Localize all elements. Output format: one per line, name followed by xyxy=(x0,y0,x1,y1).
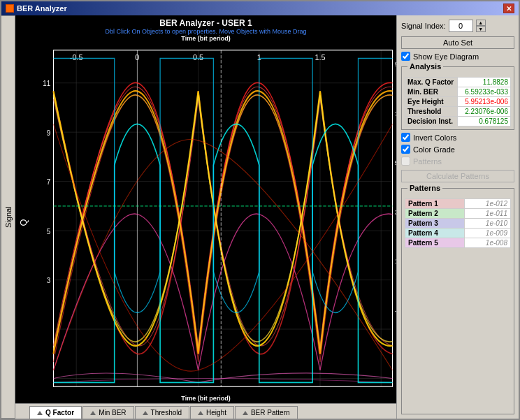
table-row: Pattern 3 1e-010 xyxy=(405,219,511,229)
pattern-value-1: 1e-012 xyxy=(465,199,511,209)
table-row: Threshold 2.23076e-006 xyxy=(405,107,511,117)
color-grade-row: Color Grade xyxy=(401,145,514,154)
pattern-label-5: Pattern 5 xyxy=(405,238,465,248)
chart-time-label-bottom: Time (bit period) xyxy=(15,395,396,403)
svg-text:0.5: 0.5 xyxy=(193,52,203,61)
svg-text:1µ: 1µ xyxy=(395,258,396,265)
pattern-value-3: 1e-010 xyxy=(465,219,511,229)
pattern-value-5: 1e-008 xyxy=(465,238,511,248)
tab-triangle-icon xyxy=(198,411,203,415)
spin-buttons: ▲ ▼ xyxy=(476,20,486,32)
svg-text:5: 5 xyxy=(47,227,51,235)
tab-triangle-icon xyxy=(90,411,96,415)
chart-svg: -0.5 0 0.5 1 1.5 11 9 7 5 3 9µ xyxy=(15,42,396,395)
chart-subtitle: Dbl Click On Objects to open properties.… xyxy=(15,28,396,35)
patterns-table: Pattern 1 1e-012 Pattern 2 1e-011 Patter… xyxy=(405,198,511,248)
tab-height-label: Height xyxy=(206,409,226,417)
table-row: Min. BER 6.59233e-033 xyxy=(405,87,511,97)
analysis-value-decision: 0.678125 xyxy=(458,117,511,126)
pattern-value-4: 1e-009 xyxy=(465,229,511,238)
right-panel: Signal Index: ▲ ▼ Auto Set Show Eye Diag… xyxy=(396,15,519,419)
signal-index-input[interactable] xyxy=(449,20,473,32)
analysis-value-eye-height: 5.95213e-006 xyxy=(458,97,511,107)
svg-text:7: 7 xyxy=(47,178,51,186)
signal-index-label: Signal Index: xyxy=(401,22,446,30)
patterns-group: Patterns Pattern 1 1e-012 Pattern 2 1e-0… xyxy=(401,188,514,414)
tab-height[interactable]: Height xyxy=(190,406,234,419)
tab-threshold[interactable]: Threshold xyxy=(135,406,189,419)
show-eye-diagram-checkbox[interactable] xyxy=(401,52,410,61)
chart-time-label-top: Time (bit period) xyxy=(15,35,396,42)
svg-text:9µ: 9µ xyxy=(395,61,396,68)
table-row: Decision Inst. 0.678125 xyxy=(405,117,511,126)
analysis-group: Analysis Max. Q Factor 11.8828 Min. BER … xyxy=(401,66,514,130)
tab-ber-pattern-label: BER Pattern xyxy=(251,409,290,417)
table-row: Pattern 4 1e-009 xyxy=(405,229,511,238)
patterns-row: Patterns xyxy=(401,157,514,166)
table-row: Pattern 2 1e-011 xyxy=(405,209,511,219)
analysis-value-min-ber: 6.59233e-033 xyxy=(458,87,511,97)
spin-up-button[interactable]: ▲ xyxy=(476,20,486,26)
table-row: Pattern 5 1e-008 xyxy=(405,238,511,248)
chart-plot-area[interactable]: -0.5 0 0.5 1 1.5 11 9 7 5 3 9µ xyxy=(15,42,396,395)
tab-threshold-label: Threshold xyxy=(151,409,182,417)
color-grade-label: Color Grade xyxy=(413,145,455,154)
color-grade-checkbox[interactable] xyxy=(401,145,410,154)
chart-title: BER Analyzer - USER 1 xyxy=(15,15,396,28)
tab-min-ber-label: Min BER xyxy=(99,409,126,417)
patterns-group-title: Patterns xyxy=(407,184,442,192)
pattern-label-2: Pattern 2 xyxy=(405,209,465,219)
pattern-value-2: 1e-011 xyxy=(465,209,511,219)
invert-colors-label: Invert Colors xyxy=(413,133,456,142)
pattern-label-4: Pattern 4 xyxy=(405,229,465,238)
svg-text:-0.5: -0.5 xyxy=(70,52,83,61)
analysis-label-eye-height: Eye Height xyxy=(405,97,458,107)
tab-q-factor[interactable]: Q Factor xyxy=(29,406,82,419)
tab-ber-pattern[interactable]: BER Pattern xyxy=(235,406,298,419)
pattern-label-3: Pattern 3 xyxy=(405,219,465,229)
tab-triangle-icon xyxy=(243,411,248,415)
table-row: Eye Height 5.95213e-006 xyxy=(405,97,511,107)
signal-tab[interactable]: Signal xyxy=(1,15,15,419)
spin-down-button[interactable]: ▼ xyxy=(476,26,486,32)
chart-container: BER Analyzer - USER 1 Dbl Click On Objec… xyxy=(15,15,396,419)
table-row: Pattern 1 1e-012 xyxy=(405,199,511,209)
analysis-label-min-ber: Min. BER xyxy=(405,87,458,97)
svg-text:11: 11 xyxy=(43,80,50,87)
analysis-group-title: Analysis xyxy=(407,62,443,71)
tab-q-factor-label: Q Factor xyxy=(45,409,74,417)
svg-text:5µ: 5µ xyxy=(395,159,396,166)
main-window: BER Analyzer ✕ Signal BER Analyzer - USE… xyxy=(0,0,520,420)
svg-text:Q: Q xyxy=(20,219,29,226)
invert-colors-checkbox[interactable] xyxy=(401,133,410,142)
svg-text:9: 9 xyxy=(47,129,51,137)
window-title: BER Analyzer xyxy=(17,4,67,13)
pattern-label-1: Pattern 1 xyxy=(405,199,465,209)
patterns-checkbox[interactable] xyxy=(401,157,410,166)
tab-triangle-icon xyxy=(37,411,43,415)
invert-colors-row: Invert Colors xyxy=(401,133,514,142)
show-eye-diagram-row: Show Eye Diagram xyxy=(401,52,514,61)
close-button[interactable]: ✕ xyxy=(503,3,514,13)
tab-triangle-icon xyxy=(143,411,148,415)
svg-text:1.5: 1.5 xyxy=(315,52,325,61)
title-bar: BER Analyzer ✕ xyxy=(1,1,519,15)
tab-min-ber[interactable]: Min BER xyxy=(82,406,133,419)
svg-text:0: 0 xyxy=(135,52,139,61)
calculate-patterns-button[interactable]: Calculate Patterns xyxy=(401,170,514,182)
analysis-value-threshold: 2.23076e-006 xyxy=(458,107,511,117)
analysis-label-decision: Decision Inst. xyxy=(405,117,458,126)
analysis-table: Max. Q Factor 11.8828 Min. BER 6.59233e-… xyxy=(405,77,511,126)
left-panel: Signal BER Analyzer - USER 1 Dbl Click O… xyxy=(1,15,396,419)
analysis-value-max-q: 11.8828 xyxy=(458,78,511,87)
svg-text:3: 3 xyxy=(47,277,51,284)
table-row: Max. Q Factor 11.8828 xyxy=(405,78,511,87)
content-area: Signal BER Analyzer - USER 1 Dbl Click O… xyxy=(1,15,519,419)
signal-index-row: Signal Index: ▲ ▼ xyxy=(401,20,514,32)
app-icon xyxy=(6,4,14,13)
analysis-label-threshold: Threshold xyxy=(405,107,458,117)
auto-set-button[interactable]: Auto Set xyxy=(401,36,514,49)
tabs-bar: Q Factor Min BER Threshold Height xyxy=(15,403,396,419)
svg-text:7µ: 7µ xyxy=(395,110,396,117)
patterns-label: Patterns xyxy=(413,157,442,166)
